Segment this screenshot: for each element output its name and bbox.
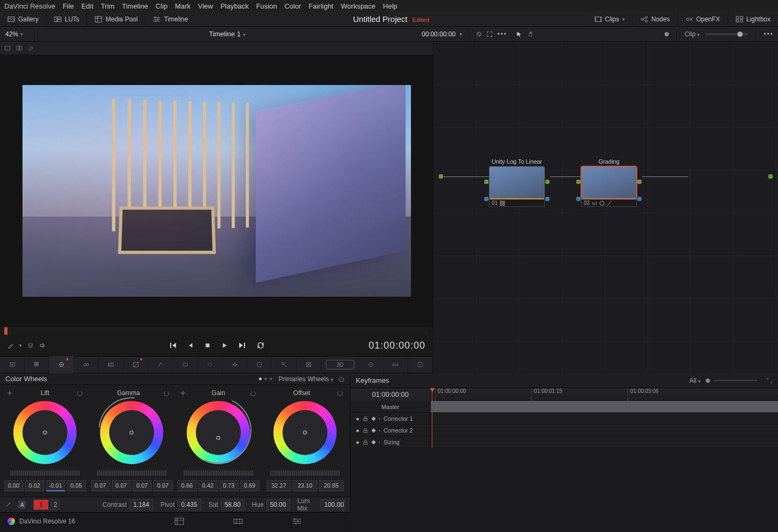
lock-icon[interactable]: [363, 440, 368, 445]
node-02[interactable]: Grading 02: [581, 158, 637, 207]
gain-jog[interactable]: [184, 471, 253, 476]
hdr-tool[interactable]: [74, 356, 99, 373]
kf-track-master[interactable]: Master: [350, 401, 778, 413]
menu-view[interactable]: View: [198, 2, 213, 10]
layers-icon[interactable]: [27, 342, 34, 349]
node-zoom-slider[interactable]: [705, 33, 748, 35]
expand-icon[interactable]: [486, 31, 493, 37]
menu-playback[interactable]: Playback: [220, 2, 249, 10]
lift-lum[interactable]: 0.00: [4, 480, 24, 491]
info-tool[interactable]: [408, 356, 433, 373]
offset-g[interactable]: 23.10: [293, 480, 317, 491]
lock-icon[interactable]: [363, 416, 368, 421]
cut-page[interactable]: [209, 513, 268, 530]
hue-value[interactable]: 50.00: [266, 499, 290, 510]
picker-icon[interactable]: [6, 390, 13, 396]
chevron-right-icon[interactable]: ›: [379, 416, 380, 421]
blur-tool[interactable]: [247, 356, 272, 373]
curves-tool[interactable]: [124, 356, 148, 373]
gallery-button[interactable]: Gallery: [0, 12, 47, 27]
lift-b[interactable]: 0.05: [67, 480, 86, 491]
audio-icon[interactable]: [39, 342, 45, 349]
sat-value[interactable]: 58.80: [221, 499, 245, 510]
playhead-marker[interactable]: [4, 327, 7, 335]
scopes-tool[interactable]: [384, 356, 408, 373]
stereo-3d-tool[interactable]: 3D: [326, 360, 354, 369]
pivot-value[interactable]: 0.435: [178, 499, 201, 510]
lightbox-button[interactable]: Lightbox: [728, 12, 778, 27]
clip-mode-dropdown[interactable]: Clip ▾: [684, 30, 700, 38]
reset-all-icon[interactable]: [338, 376, 345, 382]
image-wipe-icon[interactable]: [4, 45, 11, 51]
kf-track-corrector1[interactable]: ●◆›Corrector 1: [350, 413, 778, 425]
lummix-value[interactable]: 100.00: [321, 499, 345, 510]
menu-fusion[interactable]: Fusion: [256, 2, 277, 10]
go-last-icon[interactable]: [238, 341, 247, 350]
gamma-jog[interactable]: [97, 471, 166, 476]
gain-b[interactable]: 0.69: [240, 480, 260, 491]
offset-r[interactable]: 32.27: [266, 480, 291, 491]
split-icon[interactable]: [16, 45, 22, 51]
kf-timecode[interactable]: 01:00:00:00: [350, 388, 431, 401]
gain-g[interactable]: 0.73: [219, 480, 239, 491]
kf-ruler[interactable]: 01:00:00:00 01:00:01:15 01:00:03:06: [431, 388, 778, 401]
lift-r[interactable]: 0.02: [25, 480, 44, 491]
lift-ring[interactable]: [13, 401, 77, 464]
highlight-icon[interactable]: [28, 45, 34, 51]
camera-raw-tool[interactable]: [0, 356, 25, 373]
hand-tool-icon[interactable]: [528, 31, 534, 37]
go-first-icon[interactable]: [169, 341, 177, 350]
auto-button[interactable]: A: [18, 500, 26, 509]
gamma-g[interactable]: 0.07: [133, 480, 152, 491]
expand-kf-icon[interactable]: [766, 377, 773, 384]
more-icon[interactable]: •••: [497, 30, 507, 38]
gamma-lum[interactable]: 0.07: [91, 480, 110, 491]
diamond-icon[interactable]: ◆: [371, 415, 376, 422]
openfx-button[interactable]: OpenFX: [678, 12, 728, 27]
reset-icon[interactable]: [337, 390, 344, 396]
page-dots[interactable]: [259, 377, 272, 380]
reset-icon[interactable]: [77, 390, 83, 396]
offset-jog[interactable]: [270, 471, 340, 476]
zoom-dropdown[interactable]: 42%▾: [0, 30, 32, 38]
lift-g[interactable]: -0.01: [46, 480, 65, 491]
node-graph[interactable]: Unity Log To Linear 01 Grading 02: [433, 42, 778, 373]
gain-r[interactable]: 0.42: [199, 480, 218, 491]
scrub-bar[interactable]: [4, 327, 429, 335]
kf-track-corrector2[interactable]: ●◆›Corrector 2: [350, 425, 778, 436]
picker-icon[interactable]: [180, 390, 186, 396]
tracker-tool[interactable]: [223, 356, 247, 373]
offset-b[interactable]: 20.85: [319, 480, 344, 491]
gamma-b[interactable]: 0.07: [154, 480, 173, 491]
reset-icon[interactable]: [250, 390, 257, 396]
primaries-mode-dropdown[interactable]: Primaries Wheels ▾: [279, 375, 333, 383]
kf-filter-dropdown[interactable]: All ▾: [689, 377, 701, 384]
gamma-r[interactable]: 0.07: [112, 480, 131, 491]
window-tool[interactable]: [198, 356, 223, 373]
timeline-selector[interactable]: Timeline 1 ▾: [37, 30, 417, 38]
menu-file[interactable]: File: [63, 2, 74, 10]
contrast-value[interactable]: 1.184: [129, 499, 153, 510]
luts-button[interactable]: LUTs: [47, 12, 87, 27]
diamond-icon[interactable]: ◆: [371, 438, 376, 445]
menu-trim[interactable]: Trim: [101, 2, 115, 10]
kf-body[interactable]: [350, 448, 778, 532]
gain-lum[interactable]: 0.66: [178, 480, 197, 491]
warper-tool[interactable]: [148, 356, 173, 373]
vis-dot[interactable]: ●: [356, 439, 360, 445]
graph-input-port[interactable]: [439, 174, 443, 179]
kf-track-sizing[interactable]: ●◆›Sizing: [350, 436, 778, 448]
stop-icon[interactable]: [204, 342, 211, 349]
qualifier-tool[interactable]: [173, 356, 198, 373]
vis-dot[interactable]: ●: [356, 415, 360, 422]
edit-page[interactable]: [268, 513, 326, 530]
clips-button[interactable]: Clips ▾: [587, 12, 634, 27]
offset-ring[interactable]: [273, 401, 337, 464]
menu-workspace[interactable]: Workspace: [341, 2, 376, 10]
more-icon[interactable]: •••: [764, 30, 774, 38]
page-tabs[interactable]: 12: [33, 499, 59, 510]
mediapool-button[interactable]: Media Pool: [87, 12, 146, 27]
viewer-timecode[interactable]: 00:00:00:00: [422, 30, 455, 38]
arrow-tool-icon[interactable]: [516, 31, 522, 37]
media-page[interactable]: [150, 513, 209, 530]
